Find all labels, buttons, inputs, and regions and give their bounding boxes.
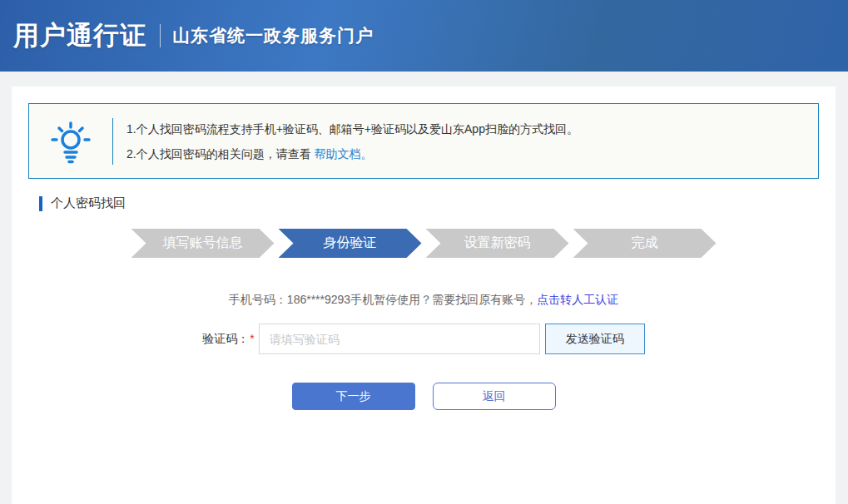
account-status-line: 手机号码：186****9293手机暂停使用？需要找回原有账号，点击转人工认证 xyxy=(12,293,836,308)
notice-box: 1.个人找回密码流程支持手机+验证码、邮箱号+验证码以及爱山东App扫脸的方式找… xyxy=(28,103,819,179)
section-title: 个人密码找回 xyxy=(51,195,126,211)
title-divider xyxy=(160,24,161,47)
section-accent-bar xyxy=(39,196,42,211)
notice-line-2-text: 2.个人找回密码的相关问题，请查看 xyxy=(126,147,315,161)
send-code-button[interactable]: 发送验证码 xyxy=(545,324,645,354)
back-button[interactable]: 返回 xyxy=(433,383,556,410)
next-step-button[interactable]: 下一步 xyxy=(292,383,415,410)
portal-subtitle: 山东省统一政务服务门户 xyxy=(172,24,374,47)
notice-line-2: 2.个人找回密码的相关问题，请查看 帮助文档。 xyxy=(126,141,578,166)
step-set-new-password: 设置新密码 xyxy=(426,229,569,258)
step-fill-account-info: 填写账号信息 xyxy=(131,229,275,258)
help-doc-link[interactable]: 帮助文档 xyxy=(315,147,361,161)
manual-verification-link[interactable]: 点击转人工认证 xyxy=(537,293,618,306)
account-status-text: 手机号码：186****9293手机暂停使用？需要找回原有账号， xyxy=(229,293,537,306)
code-label-text: 验证码： xyxy=(202,332,249,345)
code-label: 验证码：* xyxy=(202,332,254,347)
lightbulb-icon xyxy=(29,118,112,165)
notice-line-2-suffix: 。 xyxy=(361,147,373,161)
verification-code-row: 验证码：* 发送验证码 xyxy=(12,324,836,354)
page-title: 用户通行证 xyxy=(13,18,146,53)
notice-line-1: 1.个人找回密码流程支持手机+验证码、邮箱号+验证码以及爱山东App扫脸的方式找… xyxy=(126,116,578,141)
header: 用户通行证 山东省统一政务服务门户 xyxy=(0,0,848,72)
action-buttons: 下一步 返回 xyxy=(12,383,836,410)
verification-code-input[interactable] xyxy=(259,324,540,354)
section-header: 个人密码找回 xyxy=(39,195,819,211)
step-progress: 填写账号信息 身份验证 设置新密码 完成 xyxy=(12,229,836,258)
step-identity-verification: 身份验证 xyxy=(279,229,422,258)
required-asterisk: * xyxy=(250,332,254,345)
step-complete: 完成 xyxy=(573,229,717,258)
content-panel: 1.个人找回密码流程支持手机+验证码、邮箱号+验证码以及爱山东App扫脸的方式找… xyxy=(12,86,836,504)
notice-text: 1.个人找回密码流程支持手机+验证码、邮箱号+验证码以及爱山东App扫脸的方式找… xyxy=(113,116,578,166)
